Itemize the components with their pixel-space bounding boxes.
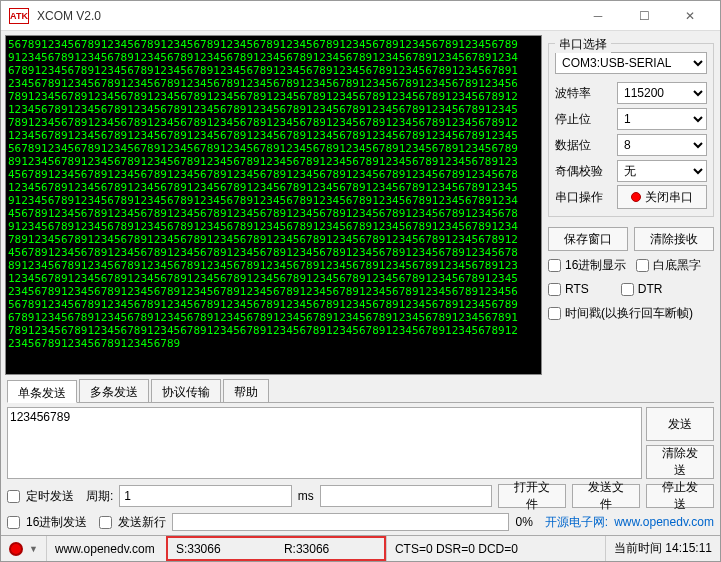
record-icon[interactable]: [9, 542, 23, 556]
tab-help[interactable]: 帮助: [223, 379, 269, 402]
data-select[interactable]: 8: [617, 134, 707, 156]
newline-checkbox[interactable]: [99, 516, 112, 529]
stop-label: 停止位: [555, 111, 611, 128]
send-input[interactable]: [7, 407, 642, 479]
dropdown-icon[interactable]: ▼: [29, 544, 38, 554]
hex-send-label: 16进制发送: [26, 514, 87, 531]
timestamp-checkbox[interactable]: [548, 307, 561, 320]
clear-send-button[interactable]: 清除发送: [646, 445, 714, 479]
parity-label: 奇偶校验: [555, 163, 611, 180]
white-bg-label: 白底黑字: [653, 257, 701, 274]
link-prefix: 开源电子网:: [545, 514, 608, 531]
white-bg-checkbox[interactable]: [636, 259, 649, 272]
statusbar: ▼ www.openedv.com S:33066 R:33066 CTS=0 …: [1, 535, 720, 561]
close-button[interactable]: ✕: [668, 2, 712, 30]
status-time: 当前时间 14:15:11: [605, 536, 720, 561]
status-sent: S:33066: [166, 536, 276, 561]
hex-display-label: 16进制显示: [565, 257, 626, 274]
serial-settings-group: 串口选择 COM3:USB-SERIAL 波特率 115200 停止位 1 数据…: [548, 43, 714, 217]
rts-checkbox[interactable]: [548, 283, 561, 296]
stop-select[interactable]: 1: [617, 108, 707, 130]
timed-send-label: 定时发送: [26, 488, 74, 505]
status-flags: CTS=0 DSR=0 DCD=0: [386, 536, 605, 561]
newline-label: 发送新行: [118, 514, 166, 531]
dtr-checkbox[interactable]: [621, 283, 634, 296]
tab-multi-send[interactable]: 多条发送: [79, 379, 149, 402]
website-link[interactable]: www.openedv.com: [614, 515, 714, 529]
send-file-button[interactable]: 发送文件: [572, 484, 640, 508]
tab-protocol[interactable]: 协议传输: [151, 379, 221, 402]
maximize-button[interactable]: ☐: [622, 2, 666, 30]
dtr-label: DTR: [638, 282, 663, 296]
app-icon: ATK: [9, 8, 29, 24]
period-input[interactable]: [119, 485, 291, 507]
stop-send-button[interactable]: 停止发送: [646, 484, 714, 508]
timestamp-label: 时间戳(以换行回车断帧): [565, 305, 693, 322]
window-title: XCOM V2.0: [37, 9, 576, 23]
open-file-button[interactable]: 打开文件: [498, 484, 566, 508]
file-path-input[interactable]: [320, 485, 492, 507]
data-label: 数据位: [555, 137, 611, 154]
terminal-output[interactable]: 5678912345678912345678912345678912345678…: [5, 35, 542, 375]
send-tabs: 单条发送 多条发送 协议传输 帮助: [7, 379, 714, 403]
save-window-button[interactable]: 保存窗口: [548, 227, 628, 251]
period-label: 周期:: [86, 488, 113, 505]
percent-label: 0%: [515, 515, 532, 529]
timed-send-checkbox[interactable]: [7, 490, 20, 503]
toggle-port-button[interactable]: 关闭串口: [617, 185, 707, 209]
send-button[interactable]: 发送: [646, 407, 714, 441]
main-window: ATK XCOM V2.0 ─ ☐ ✕ 56789123456789123456…: [0, 0, 721, 562]
clear-receive-button[interactable]: 清除接收: [634, 227, 714, 251]
rts-label: RTS: [565, 282, 589, 296]
port-select[interactable]: COM3:USB-SERIAL: [555, 52, 707, 74]
baud-label: 波特率: [555, 85, 611, 102]
parity-select[interactable]: 无: [617, 160, 707, 182]
hex-display-checkbox[interactable]: [548, 259, 561, 272]
tab-single-send[interactable]: 单条发送: [7, 380, 77, 403]
titlebar: ATK XCOM V2.0 ─ ☐ ✕: [1, 1, 720, 31]
baud-select[interactable]: 115200: [617, 82, 707, 104]
progress-bar: [172, 513, 509, 531]
status-received: R:33066: [276, 536, 386, 561]
serial-group-title: 串口选择: [555, 36, 611, 53]
status-url[interactable]: www.openedv.com: [46, 536, 166, 561]
status-dot-icon: [631, 192, 641, 202]
hex-send-checkbox[interactable]: [7, 516, 20, 529]
op-label: 串口操作: [555, 189, 611, 206]
ms-label: ms: [298, 489, 314, 503]
minimize-button[interactable]: ─: [576, 2, 620, 30]
